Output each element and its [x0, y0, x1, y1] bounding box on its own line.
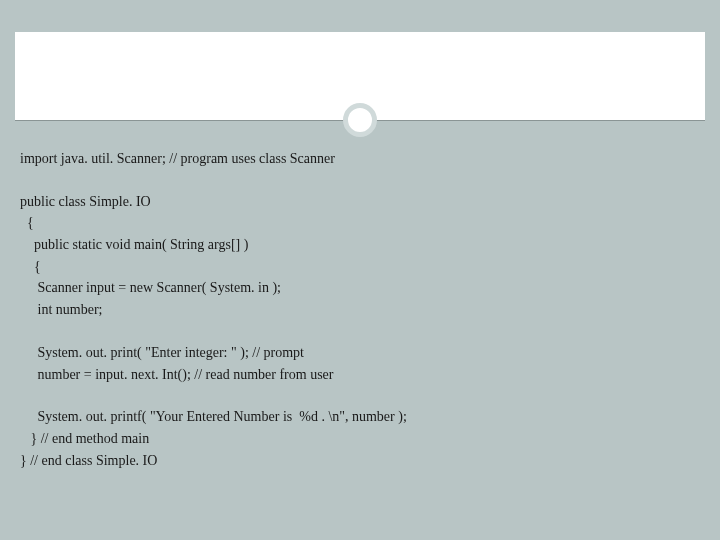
code-line: { — [20, 212, 700, 234]
code-line: public class Simple. IO — [20, 191, 700, 213]
decorative-circle — [343, 103, 377, 137]
code-line: import java. util. Scanner; // program u… — [20, 148, 700, 170]
code-line: public static void main( String args[] ) — [20, 234, 700, 256]
code-content: import java. util. Scanner; // program u… — [20, 148, 700, 471]
blank-line — [20, 170, 700, 191]
slide: import java. util. Scanner; // program u… — [0, 0, 720, 540]
code-line: System. out. print( "Enter integer: " );… — [20, 342, 700, 364]
blank-line — [20, 385, 700, 406]
code-line: Scanner input = new Scanner( System. in … — [20, 277, 700, 299]
code-line: number = input. next. Int(); // read num… — [20, 364, 700, 386]
code-line: } // end method main — [20, 428, 700, 450]
code-line: int number; — [20, 299, 700, 321]
blank-line — [20, 321, 700, 342]
code-line: { — [20, 256, 700, 278]
code-line: System. out. printf( "Your Entered Numbe… — [20, 406, 700, 428]
code-line: } // end class Simple. IO — [20, 450, 700, 472]
